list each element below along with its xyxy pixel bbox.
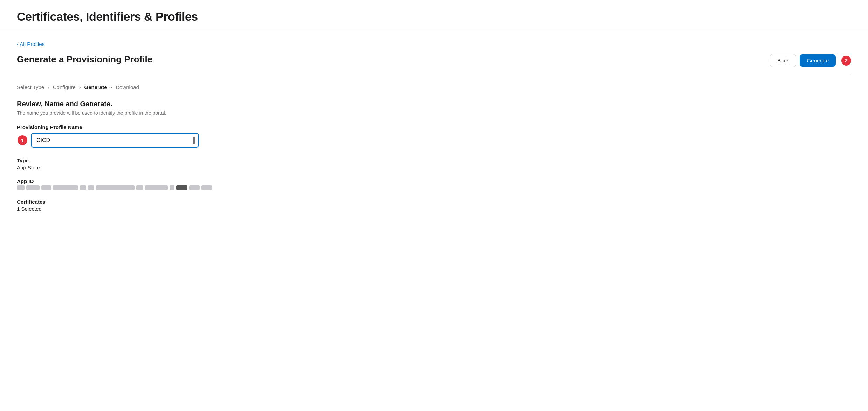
redact-13 <box>201 185 212 190</box>
generate-button[interactable]: Generate <box>800 54 836 67</box>
redact-10 <box>170 185 174 190</box>
redact-9 <box>145 185 168 190</box>
sep-3: › <box>111 85 112 90</box>
redact-11 <box>176 185 187 190</box>
type-label: Type <box>17 157 851 163</box>
type-row: Type App Store <box>17 157 851 170</box>
all-profiles-link[interactable]: ‹ All Profiles <box>17 41 44 47</box>
certificates-value: 1 Selected <box>17 206 851 212</box>
section-title: Generate a Provisioning Profile <box>17 54 152 65</box>
sep-1: › <box>48 85 49 90</box>
all-profiles-label: All Profiles <box>20 41 44 47</box>
redact-6 <box>88 185 94 190</box>
form-section-title: Review, Name and Generate. <box>17 100 851 108</box>
redact-3 <box>41 185 51 190</box>
step-badge-1: 1 <box>18 135 27 145</box>
redact-4 <box>53 185 78 190</box>
section-header: Generate a Provisioning Profile Back Gen… <box>17 54 851 74</box>
page-title: Certificates, Identifiers & Profiles <box>17 10 851 23</box>
progress-steps: Select Type › Configure › Generate › Dow… <box>17 84 851 90</box>
step-configure: Configure <box>53 84 76 90</box>
certificates-row: Certificates 1 Selected <box>17 199 851 212</box>
redact-8 <box>136 185 143 190</box>
profile-name-input[interactable] <box>31 133 199 148</box>
app-id-value <box>17 185 851 191</box>
profile-name-label: Provisioning Profile Name <box>17 124 851 130</box>
app-id-redacted <box>17 185 212 190</box>
certificates-label: Certificates <box>17 199 851 205</box>
sep-2: › <box>79 85 81 90</box>
back-button[interactable]: Back <box>770 54 796 67</box>
app-id-row: App ID <box>17 178 851 191</box>
type-value: App Store <box>17 164 851 170</box>
app-id-label: App ID <box>17 178 851 184</box>
redact-7 <box>96 185 135 190</box>
step-download: Download <box>116 84 139 90</box>
redact-12 <box>189 185 200 190</box>
chevron-left-icon: ‹ <box>17 41 18 47</box>
action-buttons: Back Generate 2 <box>770 54 851 67</box>
redact-1 <box>17 185 25 190</box>
step-select-type: Select Type <box>17 84 44 90</box>
form-section-desc: The name you provide will be used to ide… <box>17 110 851 116</box>
redact-5 <box>80 185 86 190</box>
redact-2 <box>26 185 40 190</box>
step-badge-2: 2 <box>841 56 851 66</box>
step-generate: Generate <box>84 84 107 90</box>
